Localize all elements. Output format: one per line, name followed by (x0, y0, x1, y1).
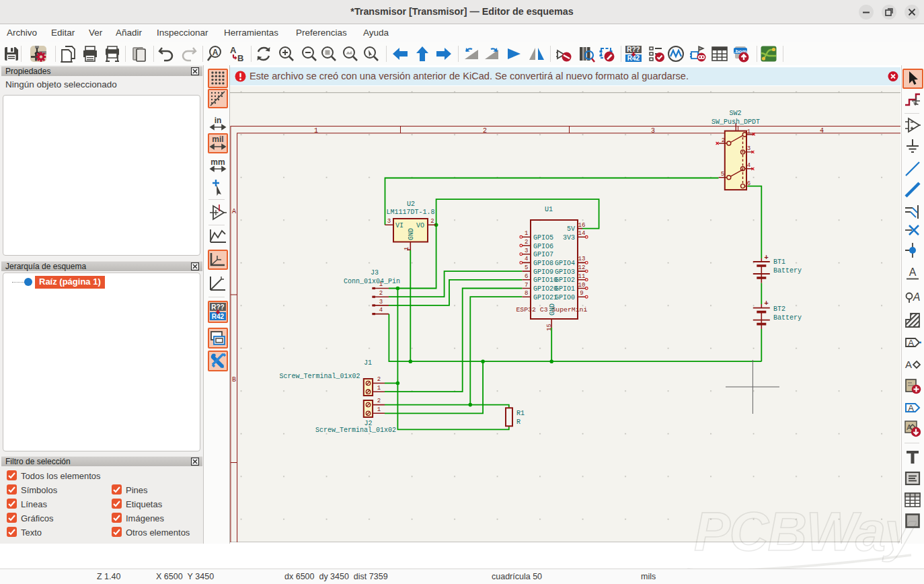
svg-text:Conn_01x04_Pin: Conn_01x04_Pin (344, 278, 400, 285)
svg-text:GPIO10: GPIO10 (533, 277, 557, 284)
svg-text:3: 3 (747, 145, 750, 152)
svg-text:13: 13 (578, 256, 586, 262)
svg-text:A: A (213, 48, 219, 57)
svg-text:J1: J1 (364, 359, 372, 367)
svg-text:6: 6 (747, 180, 750, 187)
svg-text:BT1: BT1 (773, 258, 785, 266)
svg-text:SW_Push_DPDT: SW_Push_DPDT (711, 118, 760, 126)
svg-text:GND: GND (408, 228, 415, 240)
svg-text:2: 2 (377, 398, 381, 404)
svg-text:LM1117DT-1.8: LM1117DT-1.8 (386, 209, 434, 216)
svg-text:U2: U2 (407, 200, 415, 208)
svg-text:GPIO2: GPIO2 (555, 277, 575, 284)
svg-text:Battery: Battery (773, 314, 802, 322)
svg-text:3: 3 (651, 127, 655, 135)
svg-text:B: B (237, 53, 243, 63)
svg-text:1: 1 (377, 406, 381, 413)
svg-text:2: 2 (430, 218, 434, 225)
svg-text:A: A (913, 291, 921, 303)
svg-text:3V3: 3V3 (563, 234, 575, 242)
svg-text:VI: VI (395, 222, 403, 229)
svg-text:2: 2 (377, 376, 381, 383)
svg-text:14: 14 (578, 230, 586, 237)
svg-text:+: + (764, 254, 769, 262)
svg-text:A: A (908, 338, 914, 348)
svg-text:7: 7 (525, 282, 528, 289)
svg-text:GPIO8: GPIO8 (533, 260, 553, 267)
svg-text:GPIO6: GPIO6 (533, 243, 553, 250)
svg-text:GPIO7: GPIO7 (533, 251, 553, 258)
svg-text:J3: J3 (371, 269, 379, 277)
svg-text:3: 3 (379, 299, 383, 305)
svg-text:1: 1 (747, 129, 750, 135)
svg-text:11: 11 (578, 273, 586, 280)
svg-text:VO: VO (416, 222, 424, 229)
svg-text:1: 1 (403, 247, 410, 250)
svg-text:3: 3 (525, 248, 528, 254)
svg-text:10: 10 (578, 282, 586, 289)
svg-text:in: in (215, 116, 222, 125)
svg-text:1: 1 (314, 127, 318, 135)
svg-text:SW2: SW2 (729, 110, 741, 117)
svg-text:15: 15 (546, 324, 553, 331)
svg-text:BT2: BT2 (773, 305, 785, 313)
svg-text:mm: mm (210, 157, 225, 167)
svg-text:GND: GND (549, 303, 556, 316)
svg-text:B: B (232, 376, 236, 384)
svg-text:4: 4 (525, 256, 528, 262)
svg-text:GPIO5: GPIO5 (533, 234, 553, 242)
svg-text:2: 2 (722, 137, 725, 144)
svg-text:16: 16 (578, 222, 586, 229)
svg-text:GPIO0: GPIO0 (555, 294, 575, 301)
svg-text:GPIO4: GPIO4 (555, 260, 575, 267)
svg-text:5V: 5V (567, 225, 575, 233)
svg-text:2: 2 (525, 239, 528, 246)
svg-text:Battery: Battery (773, 267, 802, 275)
svg-text:3: 3 (387, 218, 391, 225)
svg-text:A: A (909, 266, 917, 278)
svg-text:GPIO21: GPIO21 (533, 294, 557, 301)
svg-text:GPIO9: GPIO9 (533, 268, 553, 276)
svg-text:A: A (232, 208, 236, 215)
svg-text:12: 12 (578, 264, 586, 271)
svg-text:R??: R?? (211, 303, 224, 311)
svg-text:4: 4 (820, 127, 824, 135)
svg-text:9: 9 (580, 290, 583, 297)
svg-text:GPIO3: GPIO3 (555, 268, 575, 276)
svg-text:1: 1 (377, 385, 381, 392)
svg-text:R1: R1 (516, 410, 525, 417)
svg-text:+: + (764, 299, 769, 307)
svg-text:GPIO20: GPIO20 (533, 285, 557, 293)
svg-text:Screw_Terminal_01x02: Screw_Terminal_01x02 (315, 427, 396, 434)
svg-text:4: 4 (747, 162, 750, 169)
svg-text:mil: mil (212, 135, 223, 144)
svg-text:2: 2 (483, 127, 487, 135)
svg-text:GPIO1: GPIO1 (555, 285, 575, 293)
svg-text:A: A (907, 423, 912, 431)
svg-text:5: 5 (721, 171, 724, 178)
svg-text:5: 5 (525, 264, 528, 271)
svg-text:2: 2 (379, 290, 383, 297)
svg-text:U1: U1 (545, 206, 553, 213)
svg-text:Screw_Terminal_01x02: Screw_Terminal_01x02 (279, 373, 360, 380)
svg-text:6: 6 (525, 273, 528, 280)
svg-text:1: 1 (525, 230, 528, 237)
svg-text:R: R (516, 418, 521, 426)
svg-text:4: 4 (379, 307, 383, 314)
svg-text:8: 8 (525, 290, 528, 297)
svg-text:A: A (908, 403, 914, 413)
svg-text:A: A (905, 359, 912, 370)
svg-text:A: A (230, 45, 237, 55)
